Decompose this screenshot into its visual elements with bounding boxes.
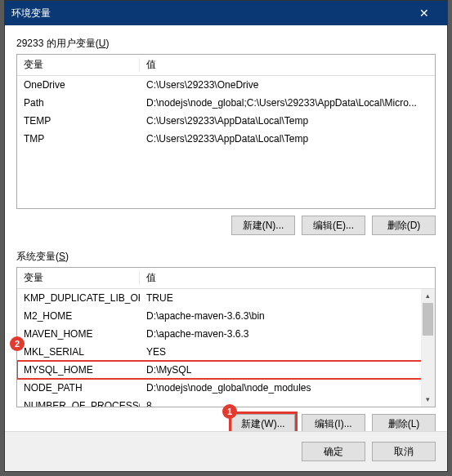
ok-button[interactable]: 确定 — [302, 442, 365, 461]
user-vars-buttons: 新建(N)... 编辑(E)... 删除(D) — [16, 216, 436, 235]
table-row[interactable]: KMP_DUPLICATE_LIB_OKTRUE — [17, 289, 435, 307]
var-value: C:\Users\29233\AppData\Local\Temp — [140, 133, 435, 145]
dialog-title: 环境变量 — [11, 7, 408, 20]
table-row[interactable]: MAVEN_HOMED:\apache-maven-3.6.3 — [17, 325, 435, 343]
table-row[interactable]: MKL_SERIALYES — [17, 343, 435, 361]
env-vars-dialog: 环境变量 ✕ 29233 的用户变量(U) 变量 值 OneDriveC:\Us… — [4, 0, 448, 472]
var-name: NODE_PATH — [17, 382, 140, 394]
cancel-button[interactable]: 取消 — [372, 442, 436, 461]
annotation-badge-1: 1 — [222, 404, 237, 419]
var-name: Path — [17, 97, 140, 109]
table-row[interactable]: M2_HOMED:\apache-maven-3.6.3\bin — [17, 307, 435, 325]
sys-vars-list[interactable]: 变量 值 KMP_DUPLICATE_LIB_OKTRUEM2_HOMED:\a… — [16, 267, 436, 407]
scroll-down-icon[interactable]: ▾ — [421, 393, 435, 407]
dialog-content: 29233 的用户变量(U) 变量 值 OneDriveC:\Users\292… — [5, 25, 447, 442]
var-name: M2_HOME — [17, 310, 140, 322]
var-value: TRUE — [140, 292, 435, 304]
var-name: KMP_DUPLICATE_LIB_OK — [17, 292, 140, 304]
user-vars-list[interactable]: 变量 值 OneDriveC:\Users\29233\OneDrivePath… — [16, 54, 436, 209]
var-value: D:\apache-maven-3.6.3 — [140, 328, 435, 340]
user-edit-button[interactable]: 编辑(E)... — [302, 216, 365, 235]
col-header-name[interactable]: 变量 — [17, 271, 140, 285]
user-vars-label: 29233 的用户变量(U) — [16, 37, 436, 51]
var-value: D:\nodejs\node_global;C:\Users\29233\App… — [140, 97, 435, 109]
var-value: YES — [140, 346, 435, 358]
table-row[interactable]: PathD:\nodejs\node_global;C:\Users\29233… — [17, 94, 435, 112]
list-header: 变量 值 — [17, 268, 435, 289]
var-name: OneDrive — [17, 79, 140, 91]
var-name: TMP — [17, 133, 140, 145]
var-name: MYSQL_HOME — [17, 364, 140, 376]
var-value: D:\apache-maven-3.6.3\bin — [140, 310, 435, 322]
table-row[interactable]: MYSQL_HOMED:\MySQL — [17, 361, 435, 379]
close-icon[interactable]: ✕ — [408, 7, 441, 20]
var-value: C:\Users\29233\AppData\Local\Temp — [140, 115, 435, 127]
user-new-button[interactable]: 新建(N)... — [231, 216, 295, 235]
var-name: MKL_SERIAL — [17, 346, 140, 358]
scroll-up-icon[interactable]: ▴ — [421, 289, 435, 303]
var-value: C:\Users\29233\OneDrive — [140, 79, 435, 91]
var-value: D:\nodejs\node_global\node_modules — [140, 382, 435, 394]
table-row[interactable]: TEMPC:\Users\29233\AppData\Local\Temp — [17, 112, 435, 130]
var-value: D:\MySQL — [140, 364, 435, 376]
user-vars-body: OneDriveC:\Users\29233\OneDrivePathD:\no… — [17, 76, 435, 208]
table-row[interactable]: OneDriveC:\Users\29233\OneDrive — [17, 76, 435, 94]
sys-vars-label: 系统变量(S) — [16, 250, 436, 264]
titlebar: 环境变量 ✕ — [5, 1, 447, 25]
user-delete-button[interactable]: 删除(D) — [372, 216, 436, 235]
scrollbar[interactable]: ▴ ▾ — [421, 289, 435, 407]
table-row[interactable]: TMPC:\Users\29233\AppData\Local\Temp — [17, 130, 435, 148]
scroll-thumb[interactable] — [423, 303, 433, 336]
dialog-footer: 确定 取消 — [5, 431, 447, 471]
table-row[interactable]: NODE_PATHD:\nodejs\node_global\node_modu… — [17, 379, 435, 397]
var-name: MAVEN_HOME — [17, 328, 140, 340]
annotation-badge-2: 2 — [10, 336, 25, 351]
list-header: 变量 值 — [17, 55, 435, 76]
sys-vars-body: KMP_DUPLICATE_LIB_OKTRUEM2_HOMED:\apache… — [17, 289, 435, 407]
var-name: NUMBER_OF_PROCESSORS — [17, 400, 140, 407]
col-header-value[interactable]: 值 — [140, 271, 435, 285]
var-name: TEMP — [17, 115, 140, 127]
var-value: 8 — [140, 400, 435, 407]
col-header-name[interactable]: 变量 — [17, 58, 140, 72]
col-header-value[interactable]: 值 — [140, 58, 435, 72]
